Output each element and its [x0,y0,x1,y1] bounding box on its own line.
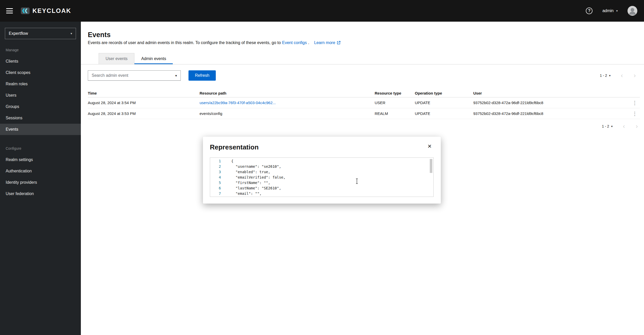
sidebar-item-user-federation[interactable]: User federation [0,188,81,199]
text-cursor-icon [355,178,358,184]
description-period: . [308,40,309,45]
realm-selector[interactable]: Expertflow ▾ [5,28,76,39]
row-kebab-menu-icon[interactable]: ⋮ [630,99,640,106]
resource-path-link[interactable]: users/a22bc99a-76f3-470f-a503-04c4c962..… [200,100,276,105]
user-menu[interactable]: admin ▾ [602,9,618,13]
code-line: 2 "username": "se2610", [210,164,433,169]
admin-events-table: Time Resource path Resource type Operati… [88,89,640,119]
sidebar-item-events[interactable]: Events [0,124,81,135]
cell-resource-type: REALM [375,111,415,116]
row-kebab-menu-icon[interactable]: ⋮ [630,110,640,117]
keycloak-logo-icon [21,6,30,15]
pagination-prev-icon[interactable]: ‹ [619,72,625,79]
column-header-user: User [473,91,630,95]
column-header-operation-type: Operation type [415,91,473,95]
sidebar-item-clients[interactable]: Clients [0,56,81,67]
sidebar-item-realm-roles[interactable]: Realm roles [0,78,81,90]
sidebar: Expertflow ▾ Manage Clients Client scope… [0,22,81,335]
line-number: 4 [210,175,223,180]
cell-user: 93752b02-d328-472a-96df-221ld9cf6bc8 [473,111,630,116]
toolbar: Search admin event ▾ Refresh 1 - 2 ▾ ‹ › [88,70,638,81]
code-text: "email": "", [223,191,262,196]
modal-title: Representation [210,143,259,151]
external-link-icon [337,41,340,45]
event-configs-link[interactable]: Event configs [282,40,307,45]
brand: KEYCLOAK [21,6,71,15]
modal-header: Representation × [203,137,441,151]
line-number: 6 [210,186,223,191]
code-text: "lastName": "SE2610", [223,186,281,191]
cell-resource-type: USER [375,100,415,105]
page-header: Events Events are records of user and ad… [81,22,644,45]
pagination-bottom: 1 - 2 ▾ ‹ › [602,123,640,129]
cell-resource-path: events/config [200,111,375,116]
tab-user-events[interactable]: User events [99,53,134,64]
chevron-down-icon: ▾ [616,9,618,13]
cell-user: 93752b02-d328-472a-96df-221ld9cf6bc8 [473,100,630,105]
page-description: Events are records of user and admin eve… [88,40,637,45]
sidebar-item-users[interactable]: Users [0,90,81,101]
sidebar-item-identity-providers[interactable]: Identity providers [0,177,81,188]
sidebar-item-client-scopes[interactable]: Client scopes [0,67,81,78]
code-text: "username": "se2610", [223,164,281,169]
sidebar-item-groups[interactable]: Groups [0,101,81,112]
code-text: { [223,158,233,164]
brand-text: KEYCLOAK [32,7,71,14]
cell-operation-type: UPDATE [415,111,473,116]
code-line: 6 "lastName": "SE2610", [210,186,433,191]
code-line: 4 "emailVerified": false, [210,175,433,180]
learn-more-link[interactable]: Learn more [314,40,340,45]
pagination-prev-icon[interactable]: ‹ [621,123,627,129]
column-header-time: Time [88,91,200,95]
code-line: 3 "enabled": true, [210,169,433,175]
learn-more-label: Learn more [314,40,335,45]
column-header-resource-type: Resource type [375,91,415,95]
line-number: 1 [210,158,223,164]
editor-scrollbar[interactable] [430,159,432,173]
pagination-range-toggle[interactable]: 1 - 2 ▾ [600,73,611,78]
pagination-next-icon[interactable]: › [632,72,638,79]
pagination-top: 1 - 2 ▾ ‹ › [600,72,638,79]
sidebar-item-realm-settings[interactable]: Realm settings [0,154,81,165]
user-menu-label: admin [602,9,614,13]
search-admin-event-select[interactable]: Search admin event ▾ [88,70,181,81]
sidebar-item-authentication[interactable]: Authentication [0,165,81,177]
table-row: August 28, 2024 at 3:54 PM users/a22bc99… [88,97,640,108]
tab-admin-events[interactable]: Admin events [134,53,173,64]
table-row: August 28, 2024 at 3:53 PM events/config… [88,108,640,119]
page-description-text: Events are records of user and admin eve… [88,40,281,45]
refresh-button[interactable]: Refresh [188,70,216,81]
code-text: "enabled": true, [223,169,270,175]
line-number: 3 [210,169,223,175]
pagination-range: 1 - 2 [600,73,607,78]
line-number: 2 [210,164,223,169]
cell-operation-type: UPDATE [415,100,473,105]
pagination-range-toggle[interactable]: 1 - 2 ▾ [602,124,613,128]
close-icon[interactable]: × [428,143,432,149]
tabs: User events Admin events [81,53,644,64]
line-number: 7 [210,191,223,196]
code-line: 5 "firstName": "", [210,180,433,186]
page-title: Events [88,31,637,39]
column-header-resource-path: Resource path [200,91,375,95]
avatar[interactable] [628,6,637,16]
chevron-down-icon: ▾ [611,125,613,128]
realm-selector-value: Expertflow [9,31,28,36]
code-text: "firstName": "", [223,180,270,186]
code-line: 1{ [210,158,433,164]
pagination-range: 1 - 2 [602,124,609,128]
representation-modal: Representation × 1{ 2 "username": "se261… [203,137,441,204]
cell-time: August 28, 2024 at 3:54 PM [88,100,200,105]
chevron-down-icon: ▾ [609,74,611,77]
sidebar-section-configure: Configure [6,146,81,150]
representation-code-editor[interactable]: 1{ 2 "username": "se2610", 3 "enabled": … [210,157,434,197]
chevron-down-icon: ▾ [175,74,177,78]
masthead: KEYCLOAK ? admin ▾ [0,0,644,22]
nav-toggle-icon[interactable] [6,8,13,13]
code-text: "emailVerified": false, [223,175,286,180]
code-line: 7 "email": "", [210,191,433,196]
sidebar-item-sessions[interactable]: Sessions [0,112,81,124]
pagination-bottom-wrap: 1 - 2 ▾ ‹ › [81,123,640,129]
help-icon[interactable]: ? [586,7,593,14]
pagination-next-icon[interactable]: › [634,123,640,129]
